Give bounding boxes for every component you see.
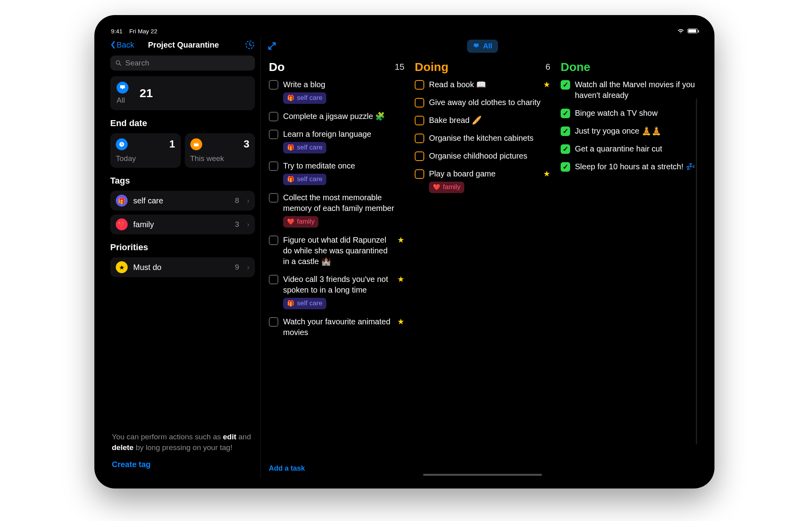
task-checkbox[interactable]: ✓: [561, 126, 570, 136]
wifi-icon: [677, 28, 684, 34]
task-body: Watch your favourite animated movies: [283, 316, 393, 338]
task-text: Watch your favourite animated movies: [283, 316, 393, 338]
task-checkbox[interactable]: ✓: [561, 144, 570, 154]
task-item[interactable]: Write a blog🎁self care: [269, 79, 404, 104]
nav-bar: Back Project Quarantine: [109, 36, 257, 53]
search-placeholder: Search: [125, 59, 149, 67]
star-icon: ★: [397, 235, 404, 267]
task-text: Bake bread 🥖: [429, 115, 550, 126]
task-body: Complete a jigsaw puzzle 🧩: [283, 111, 404, 122]
task-text: Figure out what did Rapunzel do while sh…: [283, 235, 393, 267]
priority-label: Must do: [133, 263, 229, 272]
task-checkbox[interactable]: [269, 130, 278, 139]
task-item[interactable]: Complete a jigsaw puzzle 🧩: [269, 111, 404, 122]
chevron-right-icon: ›: [247, 197, 249, 205]
task-item[interactable]: ✓Sleep for 10 hours at a stretch! 💤: [561, 161, 696, 172]
scroll-indicator: [696, 98, 697, 444]
tag-icon: 🎁: [116, 195, 128, 207]
task-checkbox[interactable]: [415, 80, 424, 90]
task-checkbox[interactable]: ✓: [561, 162, 570, 172]
inbox-icon: [473, 42, 480, 50]
task-tag-chip: 🎁self care: [283, 174, 326, 185]
tag-list: 🎁 self care 8 ›❤️ family 3 ›: [109, 191, 257, 234]
history-icon[interactable]: [245, 40, 255, 50]
task-text: Read a book 📖: [429, 79, 538, 90]
task-item[interactable]: ✓Binge watch a TV show: [561, 108, 696, 119]
task-item[interactable]: ✓Watch all the Marvel movies if you have…: [561, 79, 696, 101]
today-card[interactable]: 1 Today: [110, 133, 181, 168]
task-item[interactable]: Play a board game❤️family★: [415, 169, 550, 193]
column-do-title: Do: [269, 60, 285, 74]
task-item[interactable]: Learn a foreign language🎁self care: [269, 129, 404, 153]
task-checkbox[interactable]: [269, 112, 278, 121]
all-count: 21: [140, 86, 153, 100]
enddate-cards: 1 Today 3 This week: [109, 133, 257, 168]
expand-icon[interactable]: [267, 41, 277, 51]
filter-all-chip[interactable]: All: [467, 40, 498, 53]
task-item[interactable]: ✓Just try yoga once 🧘🧘: [561, 126, 696, 136]
task-checkbox[interactable]: [269, 161, 278, 171]
task-checkbox[interactable]: [415, 134, 424, 143]
board: Do15 Write a blog🎁self careComplete a ji…: [261, 56, 704, 460]
task-checkbox[interactable]: [415, 98, 424, 107]
task-text: Get a quarantine hair cut: [575, 144, 696, 154]
tag-label: self care: [133, 196, 229, 205]
task-checkbox[interactable]: ✓: [561, 109, 570, 118]
task-item[interactable]: ✓Get a quarantine hair cut: [561, 144, 696, 154]
status-right: [677, 28, 698, 34]
home-indicator: [423, 474, 542, 476]
task-checkbox[interactable]: [269, 317, 278, 327]
task-item[interactable]: Give away old clothes to charity: [415, 97, 550, 108]
task-checkbox[interactable]: [269, 193, 278, 203]
task-body: Figure out what did Rapunzel do while sh…: [283, 235, 393, 267]
task-tag-chip: 🎁self care: [283, 92, 326, 104]
column-doing-title: Doing: [415, 60, 448, 74]
task-body: Try to meditate once🎁self care: [283, 161, 404, 185]
task-item[interactable]: Organise the kitchen cabinets: [415, 133, 550, 144]
search-icon: [115, 59, 122, 67]
task-item[interactable]: Try to meditate once🎁self care: [269, 161, 404, 185]
task-text: Just try yoga once 🧘🧘: [575, 126, 696, 136]
task-checkbox[interactable]: ✓: [561, 80, 570, 90]
task-item[interactable]: Figure out what did Rapunzel do while sh…: [269, 235, 404, 267]
task-body: Read a book 📖: [429, 79, 538, 90]
star-icon: ★: [397, 316, 404, 338]
task-checkbox[interactable]: [415, 169, 424, 179]
task-tag-chip: ❤️family: [429, 182, 464, 193]
chevron-right-icon: ›: [247, 263, 249, 272]
task-body: Give away old clothes to charity: [429, 97, 550, 108]
column-done-title: Done: [561, 60, 590, 74]
priority-count: 9: [235, 263, 239, 272]
task-text: Try to meditate once: [283, 161, 404, 171]
task-checkbox[interactable]: [415, 116, 424, 125]
task-text: Watch all the Marvel movies if you haven…: [575, 79, 696, 101]
task-tag-chip: 🎁self care: [283, 298, 326, 309]
sidebar-tag-item[interactable]: 🎁 self care 8 ›: [110, 191, 255, 211]
task-item[interactable]: Collect the most memorable memory of eac…: [269, 192, 404, 228]
task-checkbox[interactable]: [269, 80, 278, 90]
all-card[interactable]: All 21: [110, 76, 255, 110]
star-icon: ★: [543, 79, 550, 90]
ipad-frame: 9:41 Fri May 22 Back Project Qu: [95, 16, 714, 488]
task-checkbox[interactable]: [269, 275, 278, 284]
task-item[interactable]: Video call 3 friends you've not spoken t…: [269, 274, 404, 309]
battery-icon: [688, 29, 698, 33]
task-text: Learn a foreign language: [283, 129, 404, 140]
page-title: Project Quarantine: [122, 40, 245, 50]
task-item[interactable]: Read a book 📖★: [415, 79, 550, 90]
sidebar-priority-item[interactable]: ★ Must do 9 ›: [110, 257, 255, 277]
create-tag-button[interactable]: Create tag: [112, 459, 253, 470]
task-item[interactable]: Watch your favourite animated movies★: [269, 316, 404, 338]
task-text: Play a board game: [429, 169, 538, 179]
sidebar-tag-item[interactable]: ❤️ family 3 ›: [110, 215, 255, 234]
week-label: This week: [190, 154, 250, 163]
task-checkbox[interactable]: [269, 236, 278, 245]
column-doing-count: 6: [546, 62, 550, 72]
task-item[interactable]: Bake bread 🥖: [415, 115, 550, 126]
task-item[interactable]: Organise childhood pictures: [415, 151, 550, 161]
task-checkbox[interactable]: [415, 151, 424, 161]
search-input[interactable]: Search: [110, 56, 255, 71]
today-count: 1: [169, 138, 175, 150]
tag-label: family: [133, 220, 229, 229]
week-card[interactable]: 3 This week: [185, 133, 255, 168]
